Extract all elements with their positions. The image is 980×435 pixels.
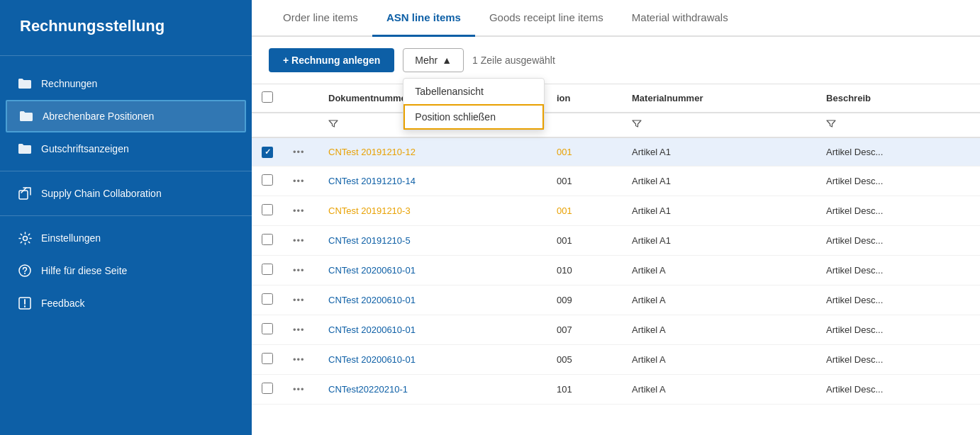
- cell-beschreibung: Artikel Desc...: [816, 196, 980, 225]
- filter-icon-beschreibung[interactable]: [826, 119, 836, 129]
- row-actions-button[interactable]: •••: [293, 176, 305, 186]
- row-checkbox[interactable]: [262, 323, 273, 334]
- cell-actions: •••: [283, 166, 318, 196]
- cell-materialnummer: Artikel A1: [622, 225, 816, 255]
- exclamation-icon: [17, 295, 33, 311]
- position-value: 007: [557, 324, 572, 335]
- cell-materialnummer: Artikel A: [622, 344, 816, 374]
- cell-checkbox: [252, 285, 283, 315]
- filter-cell-materialnummer[interactable]: [622, 113, 816, 137]
- cell-checkbox: [252, 166, 283, 196]
- sidebar-item-rechnungen[interactable]: Rechnungen: [0, 67, 252, 100]
- sidebar-item-label-5: Einstellungen: [41, 232, 101, 244]
- row-actions-button[interactable]: •••: [293, 324, 305, 335]
- tab-order-line-items[interactable]: Order line items: [269, 0, 372, 37]
- sidebar-item-hilfe[interactable]: Hilfe für diese Seite: [0, 254, 252, 287]
- cell-beschreibung: Artikel Desc...: [816, 255, 980, 285]
- cell-dokumentnummer: CNTest 20191210-14: [318, 166, 547, 196]
- sidebar: Rechnungsstellung Rechnungen Abrechenbar…: [0, 0, 252, 435]
- row-checkbox[interactable]: [262, 204, 273, 215]
- col-header-materialnummer: Materialnummer: [622, 84, 816, 113]
- chevron-down-icon: ▲: [442, 55, 452, 66]
- filter-cell-beschreibung[interactable]: [816, 113, 980, 137]
- sidebar-item-feedback[interactable]: Feedback: [0, 287, 252, 320]
- row-actions-button[interactable]: •••: [293, 235, 305, 246]
- cell-beschreibung: Artikel Desc...: [816, 225, 980, 255]
- app-title: Rechnungsstellung: [0, 0, 252, 56]
- doc-number-link[interactable]: CNTest 20191210-3: [328, 205, 411, 216]
- filter-cell-position: [547, 113, 622, 137]
- table-row: •••CNTest 20191210-3001Artikel A1Artikel…: [252, 196, 980, 225]
- select-all-checkbox[interactable]: [262, 91, 273, 103]
- cell-position: 001: [547, 225, 622, 255]
- external-link-icon: [17, 186, 33, 201]
- table-filter-row: [252, 113, 980, 137]
- filter-icon-dokumentnummer[interactable]: [328, 119, 338, 129]
- main-content: Order line items ASN line items Goods re…: [252, 0, 980, 435]
- cell-position: 001: [547, 137, 622, 166]
- cell-beschreibung: Artikel Desc...: [816, 315, 980, 344]
- sidebar-item-gutschriftsanzeigen[interactable]: Gutschriftsanzeigen: [0, 132, 252, 165]
- cell-actions: •••: [283, 196, 318, 225]
- table-row: •••CNTest 20191210-5001Artikel A1Artikel…: [252, 225, 980, 255]
- row-checkbox[interactable]: [262, 353, 273, 364]
- row-actions-button[interactable]: •••: [293, 205, 305, 216]
- row-checkbox[interactable]: [262, 264, 273, 275]
- doc-number-link[interactable]: CNTest20220210-1: [328, 384, 408, 395]
- sidebar-item-supply-chain[interactable]: Supply Chain Collaboration: [0, 177, 252, 210]
- doc-number-link[interactable]: CNTest 20191210-5: [328, 235, 411, 246]
- selected-count-label: 1 Zeile ausgewählt: [472, 55, 555, 66]
- dropdown-item-tabellenansicht[interactable]: Tabellenansicht: [403, 79, 544, 104]
- filter-icon-materialnummer[interactable]: [632, 119, 642, 129]
- sidebar-item-abrechenbare-positionen[interactable]: Abrechenbare Positionen: [6, 100, 246, 132]
- svg-point-3: [24, 273, 26, 274]
- cell-checkbox: [252, 344, 283, 374]
- cell-dokumentnummer: CNTest 20191210-5: [318, 225, 547, 255]
- cell-materialnummer: Artikel A1: [622, 137, 816, 166]
- row-checkbox[interactable]: [262, 234, 273, 245]
- table-row: •••CNTest 20191210-14001Artikel A1Artike…: [252, 166, 980, 196]
- add-rechnung-button[interactable]: + Rechnung anlegen: [269, 48, 394, 72]
- mehr-label: Mehr: [415, 55, 438, 66]
- row-checkbox-checked[interactable]: [262, 147, 273, 158]
- cell-materialnummer: Artikel A1: [622, 196, 816, 225]
- position-value: 009: [557, 295, 572, 305]
- row-checkbox[interactable]: [262, 383, 273, 394]
- cell-position: 001: [547, 166, 622, 196]
- table-row: •••CNTest 20200610-01007Artikel AArtikel…: [252, 315, 980, 344]
- dropdown-item-position-schliessen[interactable]: Position schließen: [403, 104, 544, 130]
- doc-number-link[interactable]: CNTest 20191210-12: [328, 147, 416, 157]
- cell-beschreibung: Artikel Desc...: [816, 137, 980, 166]
- doc-number-link[interactable]: CNTest 20191210-14: [328, 176, 416, 186]
- mehr-button[interactable]: Mehr ▲: [403, 48, 464, 72]
- doc-number-link[interactable]: CNTest 20200610-01: [328, 354, 416, 365]
- tab-material-withdrawals[interactable]: Material withdrawals: [618, 0, 742, 37]
- doc-number-link[interactable]: CNTest 20200610-01: [328, 295, 416, 305]
- mehr-dropdown-wrapper: Mehr ▲ Tabellenansicht Position schließe…: [403, 48, 464, 72]
- row-checkbox[interactable]: [262, 293, 273, 305]
- cell-actions: •••: [283, 344, 318, 374]
- cell-dokumentnummer: CNTest 20191210-12: [318, 137, 547, 166]
- cell-checkbox: [252, 196, 283, 225]
- col-header-checkbox: [252, 84, 283, 113]
- sidebar-item-einstellungen[interactable]: Einstellungen: [0, 222, 252, 254]
- cell-beschreibung: Artikel Desc...: [816, 344, 980, 374]
- doc-number-link[interactable]: CNTest 20200610-01: [328, 324, 416, 335]
- tab-asn-line-items[interactable]: ASN line items: [372, 0, 475, 37]
- folder-icon: [17, 76, 33, 91]
- cell-actions: •••: [283, 285, 318, 315]
- row-checkbox[interactable]: [262, 174, 273, 186]
- cell-actions: •••: [283, 374, 318, 404]
- sidebar-item-label-6: Hilfe für diese Seite: [41, 265, 127, 276]
- row-actions-button[interactable]: •••: [293, 295, 305, 305]
- doc-number-link[interactable]: CNTest 20200610-01: [328, 265, 416, 276]
- position-value: 101: [557, 384, 572, 395]
- row-actions-button[interactable]: •••: [293, 384, 305, 395]
- filter-cell-actions: [283, 113, 318, 137]
- cell-actions: •••: [283, 225, 318, 255]
- tab-goods-receipt-line-items[interactable]: Goods receipt line items: [475, 0, 618, 37]
- row-actions-button[interactable]: •••: [293, 147, 305, 157]
- row-actions-button[interactable]: •••: [293, 354, 305, 365]
- position-value: 001: [557, 235, 572, 246]
- row-actions-button[interactable]: •••: [293, 265, 305, 276]
